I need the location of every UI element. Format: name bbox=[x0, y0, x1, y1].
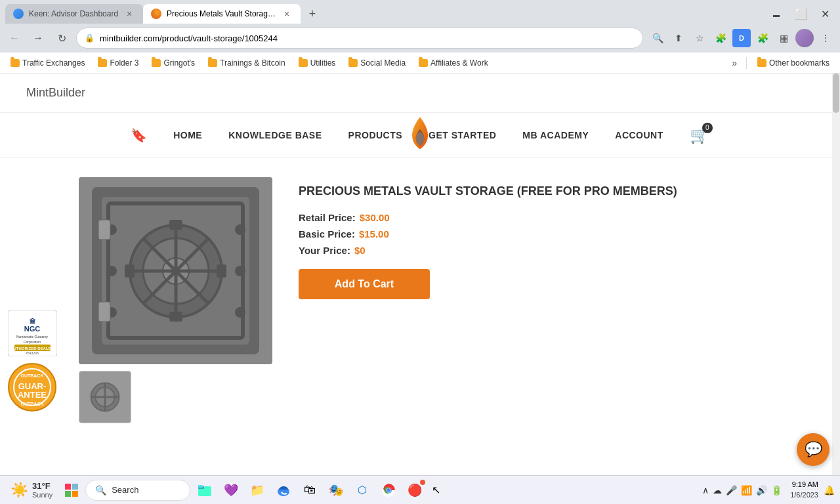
nav-mb-academy[interactable]: MB ACADEMY bbox=[509, 130, 602, 140]
bookmark-label: Affiliates & Work bbox=[430, 58, 488, 68]
notifications-icon[interactable]: 🔔 bbox=[824, 485, 835, 495]
tab-mintbuilder[interactable]: Precious Metals Vault Storage (Free... × bbox=[143, 4, 301, 24]
tab-keen[interactable]: Keen: Advisor Dashboard × bbox=[5, 4, 143, 24]
account-button[interactable]: D bbox=[732, 29, 751, 47]
weather-icon: ☀️ bbox=[10, 482, 28, 499]
svg-point-16 bbox=[106, 266, 117, 276]
clock-date: 1/6/2023 bbox=[790, 490, 818, 500]
taskbar-app7[interactable]: ⬡ bbox=[350, 478, 374, 502]
tab-keen-close[interactable]: × bbox=[123, 8, 135, 20]
volume-icon[interactable]: 🔊 bbox=[756, 485, 767, 495]
taskbar-app-red[interactable]: 🔴 bbox=[403, 478, 427, 502]
bookmark-label: Folder 3 bbox=[110, 58, 138, 68]
clock-widget[interactable]: 9:19 AM 1/6/2023 bbox=[790, 480, 818, 500]
mic-icon[interactable]: 🎤 bbox=[726, 485, 737, 495]
minimize-button[interactable]: 🗕 bbox=[766, 5, 787, 22]
bookmark-affiliates-work[interactable]: Affiliates & Work bbox=[413, 57, 494, 69]
search-bar[interactable]: 🔍 Search bbox=[85, 480, 190, 501]
forward-button[interactable]: → bbox=[29, 29, 47, 47]
puzzle-icon[interactable]: 🧩 bbox=[753, 29, 772, 47]
wifi-icon[interactable]: 📶 bbox=[741, 485, 752, 495]
search-icon[interactable]: 🔍 bbox=[648, 29, 667, 47]
svg-point-18 bbox=[235, 224, 245, 235]
product-details: PRECIOUS METALS VAULT STORAGE (FREE FOR … bbox=[299, 177, 761, 455]
url-bar[interactable]: 🔒 mintbuilder.com/product/vault-storage/… bbox=[76, 28, 643, 49]
refresh-button[interactable]: ↻ bbox=[52, 29, 71, 47]
bookmarks-more[interactable]: » bbox=[728, 56, 741, 70]
page-content: MintBuilder 🔖 HOME KNOWLEDGE BASE PRODUC… bbox=[0, 74, 840, 475]
maximize-button[interactable]: ⬜ bbox=[789, 5, 813, 23]
menu-button[interactable]: ⋮ bbox=[816, 29, 835, 47]
bookmark-utilities[interactable]: Utilities bbox=[293, 57, 341, 69]
nav-bookmark-icon[interactable]: 🔖 bbox=[131, 127, 147, 143]
other-bookmarks-label: Other bookmarks bbox=[769, 58, 830, 68]
keen-favicon bbox=[13, 9, 24, 19]
taskbar-edge[interactable] bbox=[272, 478, 295, 502]
window-controls: 🗕 ⬜ ✕ bbox=[766, 5, 835, 23]
svg-rect-42 bbox=[65, 484, 71, 490]
bookmark-star[interactable]: ☆ bbox=[690, 29, 709, 47]
bookmark-gringots[interactable]: Gringot's bbox=[146, 57, 200, 69]
bookmarks-separator bbox=[746, 57, 747, 69]
svg-text:OUTBACK: OUTBACK bbox=[21, 402, 44, 406]
site-header: MintBuilder bbox=[0, 74, 840, 113]
scrollbar-thumb[interactable] bbox=[833, 74, 839, 113]
svg-rect-45 bbox=[72, 491, 78, 497]
nav-home[interactable]: HOME bbox=[160, 130, 215, 140]
folder-icon bbox=[152, 59, 161, 67]
svg-rect-12 bbox=[169, 312, 182, 322]
taskbar-app6[interactable]: 🎭 bbox=[324, 478, 348, 502]
bookmark-folder3[interactable]: Folder 3 bbox=[93, 57, 144, 69]
other-bookmarks[interactable]: Other bookmarks bbox=[752, 57, 835, 69]
svg-rect-11 bbox=[169, 220, 182, 230]
profile-avatar[interactable] bbox=[795, 29, 814, 47]
extensions-button[interactable]: 🧩 bbox=[711, 29, 730, 47]
taskbar-file-explorer[interactable] bbox=[193, 478, 217, 502]
weather-temp: 31°F bbox=[32, 481, 52, 491]
tab-mintbuilder-label: Precious Metals Vault Storage (Free... bbox=[167, 9, 276, 18]
svg-text:🏛: 🏛 bbox=[30, 318, 35, 325]
sidebar-button[interactable]: ▦ bbox=[774, 29, 793, 47]
product-main-image[interactable] bbox=[79, 177, 272, 364]
retail-price-label: Retail Price: bbox=[299, 212, 356, 223]
guarantee-badge: OUTBACK GUAR- ANTEE OUTBACK bbox=[8, 363, 57, 412]
taskbar-chrome[interactable] bbox=[377, 478, 400, 502]
tray-expand[interactable]: ∧ bbox=[702, 485, 709, 495]
add-to-cart-button[interactable]: Add To Cart bbox=[299, 269, 430, 299]
chat-bubble[interactable]: 💬 bbox=[797, 433, 830, 466]
address-bar: ← → ↻ 🔒 mintbuilder.com/product/vault-st… bbox=[0, 24, 840, 52]
bookmark-label: Gringot's bbox=[163, 58, 195, 68]
nav-account[interactable]: ACCOUNT bbox=[602, 130, 677, 140]
start-button[interactable] bbox=[60, 479, 83, 501]
basic-price-label: Basic Price: bbox=[299, 228, 355, 240]
battery-icon[interactable]: 🔋 bbox=[771, 485, 782, 495]
weather-info: 31°F Sunny bbox=[32, 481, 52, 499]
svg-text:AUTHORIZED DEALER: AUTHORIZED DEALER bbox=[10, 346, 54, 350]
site-logo-flame[interactable] bbox=[404, 114, 436, 156]
bookmark-traffic-exchanges[interactable]: Traffic Exchanges bbox=[5, 57, 90, 69]
taskbar-ms-store[interactable]: 🛍 bbox=[298, 478, 322, 502]
bookmark-trainings-bitcoin[interactable]: Trainings & Bitcoin bbox=[203, 57, 291, 69]
taskbar-folder[interactable]: 📁 bbox=[245, 478, 269, 502]
network-icon[interactable]: ☁ bbox=[713, 485, 722, 495]
cart-icon[interactable]: 🛒 0 bbox=[690, 126, 709, 144]
weather-widget[interactable]: ☀️ 31°F Sunny bbox=[5, 478, 58, 501]
title-bar: Keen: Advisor Dashboard × Precious Metal… bbox=[0, 0, 840, 24]
taskbar-teams[interactable]: 💜 bbox=[219, 478, 243, 502]
tab-mintbuilder-close[interactable]: × bbox=[281, 8, 293, 20]
svg-point-52 bbox=[387, 488, 390, 492]
new-tab-button[interactable]: + bbox=[303, 5, 322, 23]
clock-time: 9:19 AM bbox=[790, 480, 818, 490]
bookmark-social-media[interactable]: Social Media bbox=[343, 57, 411, 69]
close-button[interactable]: ✕ bbox=[816, 5, 835, 23]
share-button[interactable]: ⬆ bbox=[669, 29, 688, 47]
product-thumbnail[interactable] bbox=[79, 371, 131, 423]
scrollbar[interactable] bbox=[832, 74, 840, 475]
svg-text:OUTBACK: OUTBACK bbox=[21, 373, 44, 378]
nav-knowledge-base[interactable]: KNOWLEDGE BASE bbox=[215, 130, 335, 140]
your-price-row: Your Price: $0 bbox=[299, 245, 761, 256]
chat-bubble-icon: 💬 bbox=[805, 441, 822, 458]
bookmark-label: Trainings & Bitcoin bbox=[220, 58, 285, 68]
your-price-label: Your Price: bbox=[299, 245, 350, 256]
back-button[interactable]: ← bbox=[5, 29, 24, 47]
